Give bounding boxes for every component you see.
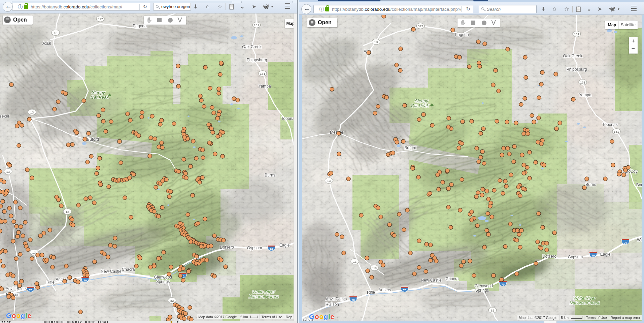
svg-text:White River: White River [573, 296, 596, 301]
svg-text:317: 317 [98, 17, 103, 21]
svg-text:13: 13 [353, 260, 357, 263]
svg-text:13: 13 [6, 170, 10, 173]
svg-text:Bor: Bor [636, 183, 642, 187]
svg-text:131: 131 [580, 80, 585, 84]
svg-text:13: 13 [30, 110, 34, 114]
svg-text:13: 13 [32, 251, 36, 254]
svg-text:70: 70 [83, 279, 87, 282]
svg-text:Pagoda: Pagoda [455, 32, 469, 37]
svg-text:Eagle: Eagle [600, 252, 611, 257]
svg-text:Springs: Springs [156, 279, 170, 284]
svg-text:Springs: Springs [475, 288, 489, 293]
svg-text:70: 70 [351, 298, 355, 302]
svg-text:131: 131 [260, 72, 265, 75]
svg-text:82: 82 [491, 309, 495, 312]
svg-text:Chacra: Chacra [446, 277, 459, 281]
svg-text:131: 131 [574, 32, 579, 36]
svg-text:70: 70 [501, 283, 505, 286]
svg-text:Chacra: Chacra [122, 267, 135, 272]
svg-text:13: 13 [374, 40, 378, 44]
svg-text:Yampa: Yampa [579, 93, 591, 97]
svg-text:Axial: Axial [42, 41, 51, 46]
svg-text:Anvil Points: Anvil Points [326, 297, 347, 301]
svg-text:Gypsum: Gypsum [568, 255, 583, 259]
svg-text:Eagle: Eagle [279, 243, 290, 248]
svg-text:70: 70 [29, 289, 32, 292]
svg-text:317: 317 [418, 24, 423, 28]
svg-text:Dotsero: Dotsero [220, 245, 234, 250]
svg-text:70: 70 [270, 248, 273, 251]
svg-text:Anvil Points: Anvil Points [6, 286, 27, 291]
svg-text:70: 70 [624, 241, 627, 245]
svg-text:Yampa: Yampa [258, 84, 271, 89]
svg-text:13: 13 [54, 31, 58, 35]
svg-text:70: 70 [591, 254, 595, 257]
svg-text:National Forest: National Forest [249, 294, 279, 299]
svg-text:Cat Peak: Cat Peak [411, 103, 429, 108]
svg-text:Dotsero: Dotsero [542, 254, 556, 259]
svg-text:Sleepy: Sleepy [92, 90, 105, 95]
svg-text:Phippsburg: Phippsburg [567, 67, 587, 72]
svg-text:Rifle: Rifle [46, 280, 55, 285]
svg-text:Gypsum: Gypsum [247, 246, 262, 250]
svg-text:National Forest: National Forest [570, 300, 600, 305]
svg-text:Rifle: Rifle [367, 290, 375, 295]
svg-text:Glenwood: Glenwood [475, 284, 493, 288]
svg-text:13: 13 [66, 210, 69, 214]
svg-text:13: 13 [327, 179, 331, 183]
svg-text:Toponas: Toponas [281, 116, 294, 121]
svg-text:Sleepy: Sleepy [415, 98, 429, 103]
svg-text:Buford: Buford [87, 137, 99, 142]
svg-text:Buford: Buford [404, 146, 416, 150]
svg-text:Rulison: Rulison [326, 302, 339, 307]
svg-text:70: 70 [403, 289, 406, 292]
svg-text:Oak Creek: Oak Creek [242, 44, 262, 49]
svg-text:Cat Peak: Cat Peak [91, 95, 109, 100]
svg-text:131: 131 [614, 130, 619, 133]
svg-text:Wo: Wo [637, 237, 642, 242]
svg-text:131: 131 [254, 23, 259, 27]
svg-text:Meeker: Meeker [0, 114, 9, 119]
svg-text:New Castle: New Castle [421, 278, 442, 283]
svg-text:Phippsburg: Phippsburg [247, 58, 267, 62]
svg-text:82: 82 [170, 299, 174, 302]
svg-text:New Castle: New Castle [101, 269, 122, 274]
svg-text:Oak Creek: Oak Creek [563, 54, 582, 58]
svg-text:Burns: Burns [585, 182, 596, 187]
svg-text:Toponas: Toponas [602, 122, 617, 127]
svg-text:325: 325 [372, 266, 377, 270]
svg-text:Burns: Burns [265, 173, 275, 177]
svg-text:Antlers: Antlers [378, 288, 391, 292]
svg-text:White River: White River [252, 289, 275, 294]
